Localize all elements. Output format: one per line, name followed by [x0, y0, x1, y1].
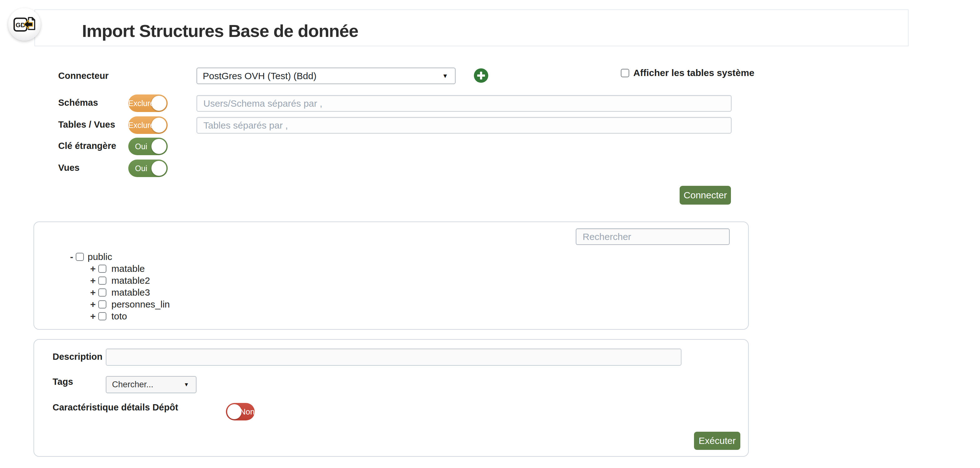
tree-child-checkbox[interactable] [98, 288, 107, 296]
connect-button[interactable]: Connecter [679, 186, 731, 205]
tables-views-label: Tables / Vues [58, 119, 115, 130]
foreign-key-label: Clé étrangère [58, 141, 116, 151]
expand-plus-icon[interactable]: + [89, 275, 96, 286]
import-structures-page: Import Structures Base de donnée GD Conn… [0, 0, 980, 468]
tree-child-row: + matable3 [89, 287, 170, 298]
views-label: Vues [58, 163, 80, 173]
characteristic-toggle[interactable]: Non [226, 403, 255, 420]
collapse-expander[interactable]: - [68, 252, 75, 262]
views-toggle[interactable]: Oui [128, 159, 168, 177]
toggle-knob [151, 161, 167, 176]
expand-plus-icon[interactable]: + [89, 263, 96, 274]
tags-selected-value: Chercher... [107, 380, 184, 390]
tree-child-label[interactable]: matable3 [111, 287, 150, 298]
app-logo: GD [8, 8, 41, 41]
execute-button[interactable]: Exécuter [694, 432, 740, 450]
schemas-exclude-toggle[interactable]: Exclure [128, 94, 168, 112]
tree-child-row: + matable [89, 263, 170, 275]
toggle-knob [151, 118, 167, 133]
tables-exclude-toggle[interactable]: Exclure [128, 116, 168, 134]
chevron-down-icon: ▼ [442, 73, 455, 80]
page-title: Import Structures Base de donnée [82, 21, 358, 41]
description-input[interactable] [106, 349, 681, 366]
tree-children: + matable + matable2 + matable3 + person… [89, 263, 170, 322]
tree-child-checkbox[interactable] [98, 312, 107, 320]
characteristic-label: Caractéristique détails Dépôt [52, 402, 178, 412]
plus-icon [474, 68, 488, 83]
import-document-icon: GD [13, 15, 36, 34]
tree-child-row: + personnes_lin [89, 298, 170, 310]
schemas-input[interactable] [197, 95, 732, 112]
tree-root-checkbox[interactable] [76, 253, 84, 261]
connector-label: Connecteur [58, 71, 108, 81]
add-connector-button[interactable] [474, 68, 488, 83]
tree-child-label[interactable]: matable2 [111, 275, 150, 286]
tree-root-label[interactable]: public [88, 252, 112, 262]
toggle-knob [151, 96, 167, 111]
tables-input[interactable] [197, 117, 732, 134]
header-card: Import Structures Base de donnée [34, 10, 908, 46]
tree-child-checkbox[interactable] [98, 277, 107, 285]
tree-child-checkbox[interactable] [98, 265, 107, 273]
tree-child-label[interactable]: matable [111, 263, 145, 274]
tree-child-row: + matable2 [89, 275, 170, 287]
chevron-down-icon: ▼ [184, 382, 196, 388]
system-tables-checkbox[interactable] [621, 69, 629, 77]
expand-plus-icon[interactable]: + [89, 287, 96, 298]
toggle-knob [151, 139, 167, 154]
tags-label: Tags [52, 377, 73, 387]
tags-select[interactable]: Chercher... ▼ [106, 376, 197, 393]
tree-child-label[interactable]: personnes_lin [111, 299, 170, 310]
schemas-label: Schémas [58, 98, 98, 108]
tree-search-input[interactable] [576, 228, 730, 245]
tree-child-row: + toto [89, 310, 170, 322]
system-tables-label: Afficher les tables système [633, 68, 754, 78]
connector-selected-value: PostGres OVH (Test) (Bdd) [197, 71, 442, 81]
expand-plus-icon[interactable]: + [89, 311, 96, 322]
foreign-key-toggle[interactable]: Oui [128, 138, 168, 155]
connector-select[interactable]: PostGres OVH (Test) (Bdd) ▼ [197, 68, 456, 84]
expand-plus-icon[interactable]: + [89, 299, 96, 310]
toggle-knob [227, 404, 242, 419]
description-label: Description [52, 352, 103, 362]
tree-child-label[interactable]: toto [111, 311, 127, 322]
tree-child-checkbox[interactable] [98, 300, 107, 309]
tree-root-row: - public [68, 251, 112, 263]
